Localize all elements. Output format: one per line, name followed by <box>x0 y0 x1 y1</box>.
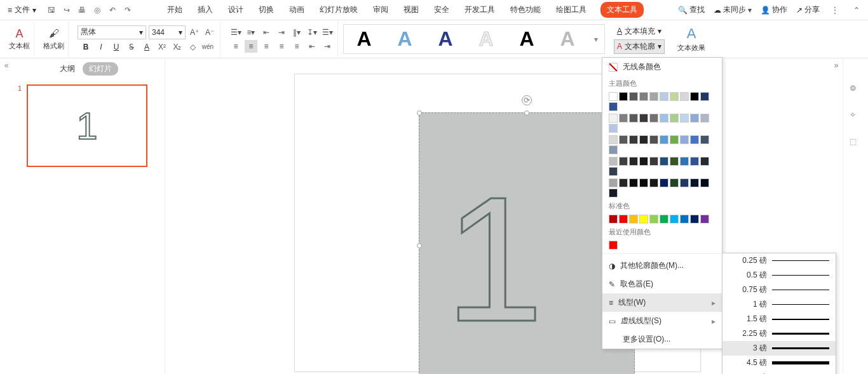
text-outline-dropdown[interactable]: A文本轮廓▾ <box>614 39 665 54</box>
swatch[interactable] <box>700 92 709 101</box>
swatch[interactable] <box>680 114 689 123</box>
swatch[interactable] <box>660 92 668 101</box>
distribute-icon[interactable]: ≡ <box>290 40 303 53</box>
swatch[interactable] <box>609 178 618 187</box>
justify-icon[interactable]: ≡ <box>275 40 288 53</box>
swatch[interactable] <box>609 114 618 123</box>
font-size-select[interactable]: 344▾ <box>149 25 186 39</box>
swatch[interactable] <box>649 215 658 224</box>
swatch[interactable] <box>609 124 618 133</box>
swatch[interactable] <box>690 178 699 187</box>
swatch[interactable] <box>690 92 699 101</box>
swatch[interactable] <box>690 215 699 224</box>
tab-0[interactable]: 开始 <box>166 2 184 18</box>
swatch[interactable] <box>619 157 628 166</box>
tab-8[interactable]: 安全 <box>433 2 451 18</box>
strike-icon[interactable]: S̶ <box>125 41 138 53</box>
swatch[interactable] <box>609 157 618 166</box>
style-a2[interactable]: A <box>391 27 419 51</box>
italic-icon[interactable]: I <box>95 41 107 53</box>
panel-collapse-left[interactable]: « <box>0 58 13 374</box>
swatch[interactable] <box>690 114 699 123</box>
handle-w[interactable] <box>417 243 422 248</box>
swatch[interactable] <box>680 135 689 144</box>
increase-font-icon[interactable]: A⁺ <box>188 26 201 39</box>
weight-option[interactable]: 4.5 磅 <box>722 370 836 374</box>
tab-10[interactable]: 特色功能 <box>509 2 542 18</box>
swatch[interactable] <box>690 135 699 144</box>
more-icon[interactable]: ⋮ <box>829 4 841 17</box>
swatch[interactable] <box>619 92 628 101</box>
font-color-icon[interactable]: A <box>140 41 153 53</box>
swatch[interactable] <box>609 102 618 111</box>
swatch[interactable] <box>639 92 648 101</box>
weight-option[interactable]: 0.25 磅 <box>722 253 836 268</box>
tab-1[interactable]: 插入 <box>196 2 214 18</box>
tab-11[interactable]: 绘图工具 <box>555 2 588 18</box>
subscript-icon[interactable]: X₂ <box>171 41 184 53</box>
paint-icon[interactable]: 🖌 <box>48 27 60 40</box>
gallery-more-icon[interactable]: ▾ <box>594 35 598 44</box>
swatch[interactable] <box>619 135 628 144</box>
swatch[interactable] <box>649 114 658 123</box>
swatch[interactable] <box>639 157 648 166</box>
swatch[interactable] <box>670 178 679 187</box>
swatch[interactable] <box>619 178 628 187</box>
collapse-ribbon-icon[interactable]: ⌃ <box>850 4 863 17</box>
dash-style[interactable]: ▭ 虚线线型(S) ▸ <box>602 312 722 330</box>
tab-2[interactable]: 设计 <box>227 2 245 18</box>
tab-4[interactable]: 动画 <box>288 2 306 18</box>
style-a6[interactable]: A <box>553 27 581 51</box>
handle-nw[interactable] <box>417 110 422 116</box>
swatch[interactable] <box>649 135 658 144</box>
tab-outline[interactable]: 大纲 <box>60 63 75 74</box>
swatch[interactable] <box>660 157 668 166</box>
swatch[interactable] <box>629 215 638 224</box>
numbering-icon[interactable]: ≡▾ <box>245 26 257 39</box>
style-a5[interactable]: A <box>513 27 541 51</box>
decrease-font-icon[interactable]: A⁻ <box>203 26 216 39</box>
swatch[interactable] <box>670 92 679 101</box>
undo-icon[interactable]: ↶ <box>106 4 119 17</box>
swatch[interactable] <box>639 114 648 123</box>
more-settings[interactable]: 更多设置(O)... <box>602 330 722 349</box>
text-direction-icon[interactable]: ↧▾ <box>306 26 318 39</box>
text-fill-dropdown[interactable]: A文本填充▾ <box>614 25 664 38</box>
swatch[interactable] <box>629 135 638 144</box>
tab-6[interactable]: 审阅 <box>372 2 390 18</box>
no-line-color[interactable]: 无线条颜色 <box>602 58 722 76</box>
swatch[interactable] <box>700 178 709 187</box>
handle-n[interactable] <box>524 110 529 116</box>
wordart-gallery[interactable]: A A A A A A ▾ <box>343 24 605 54</box>
sync-button[interactable]: ☁ 未同步▾ <box>714 4 752 15</box>
weight-option[interactable]: 1.5 磅 <box>722 312 836 326</box>
align-center-icon[interactable]: ≡ <box>245 40 257 53</box>
swatch[interactable] <box>619 114 628 123</box>
tab-3[interactable]: 切换 <box>257 2 275 18</box>
collab-button[interactable]: 👤 协作 <box>761 4 787 15</box>
swatch[interactable] <box>619 215 628 224</box>
swatch[interactable] <box>690 157 699 166</box>
file-menu[interactable]: ≡ 文件 ▾ <box>5 3 39 17</box>
increase-indent-icon[interactable]: ⇥ <box>321 40 334 53</box>
tab-12[interactable]: 文本工具 <box>600 2 644 18</box>
share-button[interactable]: ↗ 分享 <box>796 4 820 15</box>
settings-icon[interactable]: ⚙ <box>850 84 862 97</box>
swatch[interactable] <box>639 135 648 144</box>
swatch[interactable] <box>700 157 709 166</box>
swatch[interactable] <box>609 189 618 197</box>
swatch[interactable] <box>670 215 679 224</box>
bold-icon[interactable]: B <box>79 41 92 53</box>
swatch[interactable] <box>700 135 709 144</box>
rotate-handle[interactable]: ⟳ <box>522 95 532 105</box>
swatch[interactable] <box>670 157 679 166</box>
swatch[interactable] <box>660 178 668 187</box>
superscript-icon[interactable]: X² <box>156 41 168 53</box>
swatch[interactable] <box>629 114 638 123</box>
swatch[interactable] <box>680 215 689 224</box>
swatch[interactable] <box>680 157 689 166</box>
swatch[interactable] <box>670 135 679 144</box>
text-effect-icon[interactable]: A <box>687 25 696 42</box>
align-left-icon[interactable]: ≡ <box>229 40 242 53</box>
font-name-select[interactable]: 黑体▾ <box>78 25 146 39</box>
